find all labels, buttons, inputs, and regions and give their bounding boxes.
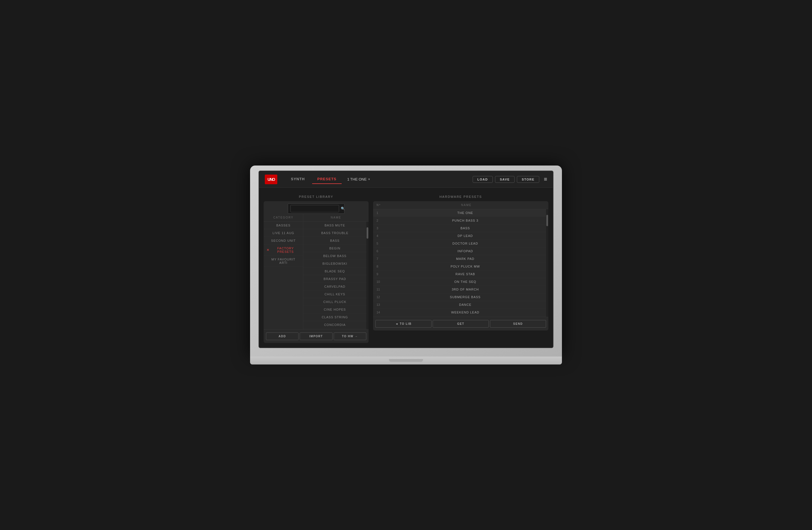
import-button[interactable]: IMPORT <box>300 333 332 340</box>
list-item[interactable]: CHILL KEYS <box>303 291 366 298</box>
list-item[interactable]: BEGIN <box>303 245 366 252</box>
hw-item-num: 8 <box>377 265 388 268</box>
list-item[interactable]: BELOW BASS <box>303 252 366 260</box>
logo-box: UNO <box>265 175 277 184</box>
search-wrapper: 🔍 <box>288 204 345 214</box>
header-actions: LOAD SAVE STORE ≡ <box>473 176 547 183</box>
category-item-live11aug[interactable]: LIVE 11 AUG <box>264 229 303 237</box>
hw-list-scroll: 1 THE ONE 2 PUNCH BASS 3 3 <box>373 209 548 317</box>
hw-item-num: 5 <box>377 242 388 245</box>
hw-list-item[interactable]: 13 DANCE <box>373 301 546 309</box>
hw-item-name: MARK PAD <box>388 257 543 261</box>
hw-item-name: BASS <box>388 226 543 230</box>
hw-item-num: 3 <box>377 226 388 230</box>
category-item-basses[interactable]: BASSES <box>264 222 303 229</box>
logo-text: UNO <box>267 177 274 182</box>
hw-list-item[interactable]: 5 DOCTOR LEAD <box>373 240 546 247</box>
hw-item-name: ON THE SEQ <box>388 280 543 283</box>
list-item[interactable]: CONFORM BASS <box>303 329 366 329</box>
hw-item-name: SUBMERGE BASS <box>388 295 543 299</box>
chevron-down-icon: ▾ <box>368 177 370 181</box>
hw-list-item[interactable]: 6 INFOPAD <box>373 247 546 255</box>
hw-item-num: 7 <box>377 257 388 261</box>
hw-item-num: 4 <box>377 234 388 237</box>
search-row: 🔍 <box>264 201 368 214</box>
scrollbar-thumb <box>366 227 368 239</box>
hw-item-name: DOCTOR LEAD <box>388 242 543 245</box>
list-item[interactable]: CLASS STRING <box>303 313 366 321</box>
tab-presets[interactable]: PRESETS <box>312 175 342 184</box>
tab-synth[interactable]: SYNTH <box>286 175 310 184</box>
hw-scrollbar-thumb <box>546 215 548 226</box>
hw-item-name: DANCE <box>388 303 543 306</box>
hw-list-item[interactable]: 2 PUNCH BASS 3 <box>373 217 546 224</box>
hw-list-item[interactable]: 4 DP LEAD <box>373 232 546 240</box>
search-input[interactable] <box>290 205 339 212</box>
hardware-presets-title: HARDWARE PRESETS <box>373 192 548 201</box>
hw-item-num: 2 <box>377 219 388 222</box>
list-item[interactable]: BASS TROUBLE <box>303 229 366 237</box>
category-item-secondunit[interactable]: SECOND UNIT <box>264 237 303 245</box>
list-item[interactable]: BASS <box>303 237 366 245</box>
hw-item-num: 10 <box>377 280 388 283</box>
store-button[interactable]: STORE <box>517 176 539 183</box>
preset-library-title: PRESET LIBRARY <box>264 192 368 201</box>
name-list-scrollbar[interactable] <box>366 222 368 329</box>
hw-item-num: 14 <box>377 311 388 314</box>
hw-list-item[interactable]: 3 BASS <box>373 224 546 232</box>
preset-selector[interactable]: 1 THE ONE ▾ <box>347 177 370 181</box>
nav-tabs: SYNTH PRESETS <box>286 175 342 184</box>
category-list: CATEGORY BASSES LIVE 11 AUG SECOND UNIT … <box>264 214 303 329</box>
hardware-presets-panel: HARDWARE PRESETS Nº NAME 1 THE O <box>373 192 548 343</box>
hw-item-num: 9 <box>377 273 388 276</box>
hardware-presets-box: Nº NAME 1 THE ONE 2 <box>373 201 548 330</box>
save-button[interactable]: SAVE <box>495 176 514 183</box>
app-header: UNO SYNTH PRESETS 1 THE ONE ▾ LOAD SAVE <box>259 171 553 188</box>
hw-list-item[interactable]: 12 SUBMERGE BASS <box>373 293 546 301</box>
name-list-scroll: BASS MUTE BASS TROUBLE BASS BEGIN BELOW … <box>303 222 368 329</box>
menu-icon[interactable]: ≡ <box>544 176 547 183</box>
hw-item-name: PUNCH BASS 3 <box>388 219 543 222</box>
factory-label: FACTORY PRESETS <box>271 247 300 253</box>
list-item[interactable]: CHILL PLUCK <box>303 298 366 306</box>
hw-list-item[interactable]: 9 RAVE STAB <box>373 270 546 278</box>
hw-list-item[interactable]: 14 WEEKEND LEAD <box>373 309 546 316</box>
category-header: CATEGORY <box>264 214 303 222</box>
hw-list-area: 1 THE ONE 2 PUNCH BASS 3 3 <box>373 209 546 317</box>
hw-list-item[interactable]: 10 ON THE SEQ <box>373 278 546 286</box>
hw-item-num: 12 <box>377 295 388 299</box>
list-item[interactable]: BASS MUTE <box>303 222 366 229</box>
search-icon: 🔍 <box>341 207 345 210</box>
x-mark-icon: ✕ <box>266 248 270 252</box>
category-item-myfav[interactable]: MY FAVOURIT ARTI <box>264 256 303 267</box>
to-hw-button[interactable]: TO HW → <box>334 333 366 340</box>
add-button[interactable]: ADD <box>266 333 299 340</box>
hw-list-item[interactable]: 8 POLY PLUCK MW <box>373 263 546 270</box>
list-item[interactable]: CARVELPAD <box>303 283 366 291</box>
list-item[interactable]: CONCORDIA <box>303 321 366 329</box>
list-item[interactable]: BIGLEBOWSKI <box>303 260 366 267</box>
load-button[interactable]: LOAD <box>473 176 493 183</box>
get-button[interactable]: GET <box>433 320 489 328</box>
hw-list-scrollbar[interactable] <box>546 209 548 317</box>
hw-item-num: 1 <box>377 211 388 215</box>
hw-list-item[interactable]: 7 MARK PAD <box>373 255 546 263</box>
category-item-factory[interactable]: ✕ FACTORY PRESETS <box>264 245 303 256</box>
to-lib-button[interactable]: ◄ TO LIB <box>375 320 432 328</box>
send-button[interactable]: SEND <box>490 320 546 328</box>
laptop-notch <box>389 359 423 362</box>
name-header: NAME <box>303 214 368 222</box>
preset-library-panel: PRESET LIBRARY 🔍 <box>264 192 368 343</box>
hw-list-item[interactable]: 1 THE ONE <box>373 209 546 217</box>
name-list-inner: BASS MUTE BASS TROUBLE BASS BEGIN BELOW … <box>303 222 366 329</box>
list-item[interactable]: BLADE SEQ <box>303 267 366 275</box>
hw-list-item[interactable]: 11 3RD OF MARCH <box>373 286 546 293</box>
list-item[interactable]: CINE HOPES <box>303 306 366 313</box>
hw-item-name: THE ONE <box>388 211 543 215</box>
list-item[interactable]: BRASSY PAD <box>303 275 366 283</box>
preset-lists: CATEGORY BASSES LIVE 11 AUG SECOND UNIT … <box>264 214 368 329</box>
name-list: NAME BASS MUTE BASS TROUBLE BASS BEGIN B… <box>303 214 368 329</box>
preset-library-actions: ADD IMPORT TO HW → <box>264 329 368 343</box>
hw-item-name: WEEKEND LEAD <box>388 311 543 314</box>
hw-item-name: 3RD OF MARCH <box>388 288 543 291</box>
